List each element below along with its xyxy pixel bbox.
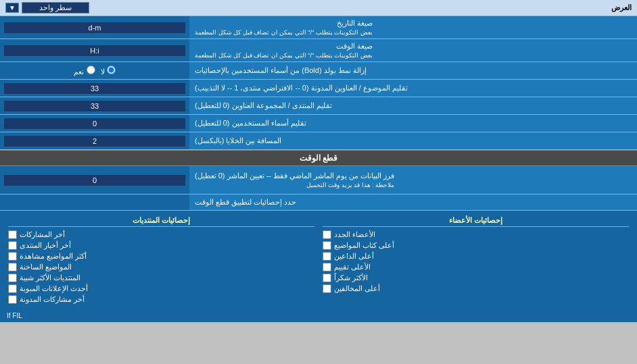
radio-no-label[interactable]: لا: [101, 66, 116, 76]
time-format-label: صيغة الوقتبعض التكوينات يتطلب "/" التي ي…: [189, 39, 637, 61]
time-format-input-area: [0, 39, 189, 61]
topic-address-input-area: [0, 80, 189, 97]
bold-remove-input-area: نعم لا: [0, 62, 189, 79]
top-inviters-checkbox[interactable]: [323, 252, 331, 261]
last-blog-posts-checkbox[interactable]: [8, 295, 17, 304]
checkboxes-grid: إحصائيات الأعضاء الأعضاء الجدد أعلى كتاب…: [4, 213, 633, 307]
trim-usernames-input[interactable]: [4, 118, 185, 129]
col-members-header: إحصائيات الأعضاء: [323, 216, 629, 227]
date-format-label: صيغة التاريخبعض التكوينات يتطلب "/" التي…: [189, 16, 637, 38]
time-format-row: صيغة الوقتبعض التكوينات يتطلب "/" التي ي…: [0, 39, 637, 62]
checkbox-last-posts[interactable]: أخر المشاركات: [8, 230, 314, 239]
date-format-input[interactable]: [4, 22, 185, 33]
checkbox-top-inviters[interactable]: أعلى الداعين: [323, 252, 629, 261]
checkbox-last-news[interactable]: أخر أخبار المنتدى: [8, 241, 314, 250]
stats-apply-label: حدد إحصائيات لتطبيق قطع الوقت: [189, 194, 637, 210]
bold-remove-row: إزالة نمط بولد (Bold) من أسماء المستخدمي…: [0, 62, 637, 80]
main-container: العرض سطر واحد ▼ صيغة التاريخبعض التكوين…: [0, 0, 637, 322]
cell-spacing-label: المسافة بين الخلايا (بالبكسل): [189, 132, 637, 149]
top-violators-checkbox[interactable]: [323, 284, 331, 293]
checkbox-most-viewed[interactable]: أكثر المواضيع مشاهدة: [8, 252, 314, 261]
last-news-checkbox[interactable]: [8, 241, 17, 250]
cut-time-section-header: قطع الوقت: [0, 150, 637, 166]
bold-remove-no-radio[interactable]: [107, 66, 116, 74]
checkbox-last-blog-posts[interactable]: أخر مشاركات المدونة: [8, 295, 314, 304]
hot-topics-checkbox[interactable]: [8, 263, 17, 271]
checkbox-most-similar-forums[interactable]: المنتديات الأكثر شبية: [8, 274, 314, 282]
checkbox-top-rated[interactable]: الأعلى تقييم: [323, 263, 629, 271]
topic-address-row: تقليم الموضوع / العناوين المدونة (0 -- ا…: [0, 80, 637, 97]
top-bar: العرض سطر واحد ▼: [0, 0, 637, 16]
top-rated-checkbox[interactable]: [323, 263, 331, 271]
checkbox-top-violators[interactable]: أعلى المخالفين: [323, 284, 629, 293]
view-dropdown-button[interactable]: سطر واحد: [22, 2, 89, 14]
topic-address-input[interactable]: [4, 83, 185, 94]
forum-group-input-area: [0, 97, 189, 114]
new-members-checkbox[interactable]: [323, 230, 331, 239]
bottom-note: If FIL: [0, 309, 637, 322]
cut-row: فرز البيانات من يوم الماشر الماضي فقط --…: [0, 166, 637, 194]
last-posts-checkbox[interactable]: [8, 230, 17, 239]
most-thanked-checkbox[interactable]: [323, 274, 331, 282]
top-topic-writers-checkbox[interactable]: [323, 241, 331, 250]
col-members-stats: إحصائيات الأعضاء الأعضاء الجدد أعلى كتاب…: [318, 216, 633, 304]
radio-yes-label[interactable]: نعم: [74, 66, 95, 76]
date-format-input-area: [0, 16, 189, 38]
col-forums-header: إحصائيات المنتديات: [8, 216, 314, 227]
cell-spacing-row: المسافة بين الخلايا (بالبكسل): [0, 132, 637, 150]
cut-row-input-area: [0, 166, 189, 194]
topic-address-label: تقليم الموضوع / العناوين المدونة (0 -- ا…: [189, 80, 637, 97]
col-forums-stats: إحصائيات المنتديات أخر المشاركات أخر أخب…: [4, 216, 318, 304]
cut-row-input[interactable]: [4, 175, 185, 186]
latest-classifieds-checkbox[interactable]: [8, 284, 17, 293]
date-format-row: صيغة التاريخبعض التكوينات يتطلب "/" التي…: [0, 16, 637, 39]
bold-remove-label: إزالة نمط بولد (Bold) من أسماء المستخدمي…: [189, 62, 637, 79]
time-format-input[interactable]: [4, 45, 185, 56]
dropdown-arrow-button[interactable]: ▼: [5, 3, 19, 13]
checkbox-top-topic-writers[interactable]: أعلى كتاب المواضيع: [323, 241, 629, 250]
top-bar-label: العرض: [611, 3, 632, 12]
checkbox-new-members[interactable]: الأعضاء الجدد: [323, 230, 629, 239]
top-bar-right: سطر واحد ▼: [5, 2, 89, 14]
checkbox-most-thanked[interactable]: الأكثر شكراً: [323, 274, 629, 282]
trim-usernames-label: تقليم أسماء المستخدمين (0 للتعطيل): [189, 115, 637, 132]
checkboxes-section: إحصائيات الأعضاء الأعضاء الجدد أعلى كتاب…: [0, 211, 637, 309]
cut-row-label: فرز البيانات من يوم الماشر الماضي فقط --…: [189, 166, 637, 194]
checkbox-latest-classifieds[interactable]: أحدث الإعلانات المبوبة: [8, 284, 314, 293]
forum-group-input[interactable]: [4, 101, 185, 111]
most-viewed-checkbox[interactable]: [8, 252, 17, 261]
checkbox-hot-topics[interactable]: المواضيع الساخنة: [8, 263, 314, 271]
cell-spacing-input-area: [0, 132, 189, 149]
trim-usernames-row: تقليم أسماء المستخدمين (0 للتعطيل): [0, 115, 637, 132]
trim-usernames-input-area: [0, 115, 189, 132]
most-similar-forums-checkbox[interactable]: [8, 274, 17, 282]
forum-group-row: تقليم المنتدى / المجموعة العناوين (0 للت…: [0, 97, 637, 115]
cell-spacing-input[interactable]: [4, 136, 185, 147]
stats-apply-input-area: [0, 194, 189, 210]
stats-apply-row: حدد إحصائيات لتطبيق قطع الوقت: [0, 194, 637, 211]
bold-remove-yes-radio[interactable]: [87, 66, 95, 74]
forum-group-label: تقليم المنتدى / المجموعة العناوين (0 للت…: [189, 97, 637, 114]
